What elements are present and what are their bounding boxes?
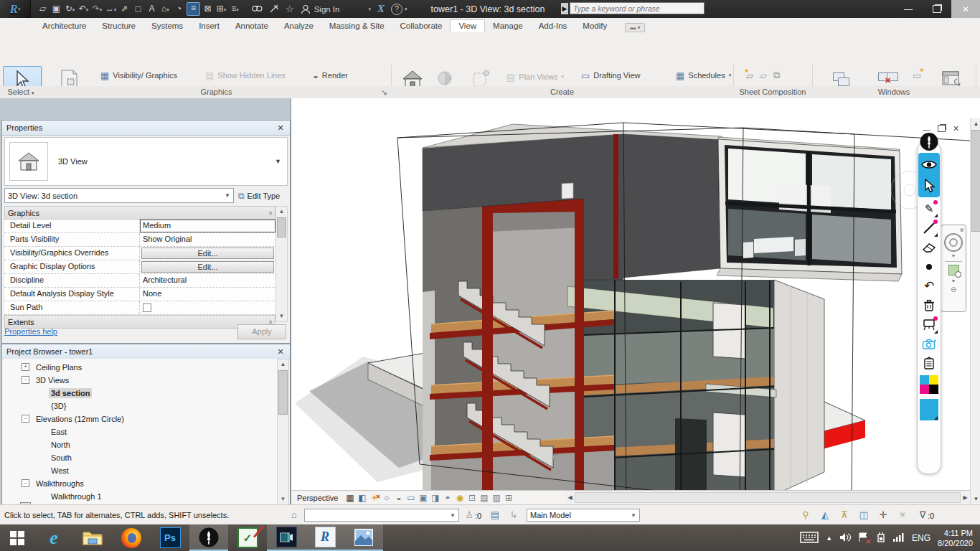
- search-icon[interactable]: [251, 4, 263, 14]
- wheel-dropdown-icon[interactable]: ▼: [951, 253, 956, 258]
- lock-orientation-icon[interactable]: ⊡: [466, 493, 478, 503]
- tree-expander-icon[interactable]: -: [22, 376, 29, 384]
- show-hidden-lines-button[interactable]: ▤Show Hidden Lines: [202, 67, 288, 83]
- title-block-icon[interactable]: ⧉: [773, 70, 780, 81]
- type-selector-dropdown-icon[interactable]: ▼: [275, 158, 281, 165]
- tab-systems[interactable]: Systems: [143, 20, 191, 32]
- network-flag-icon[interactable]: ✕: [858, 532, 869, 544]
- property-value-field[interactable]: Medium: [140, 220, 275, 232]
- new-window-icon[interactable]: ▭★: [910, 67, 924, 83]
- redo-icon[interactable]: ↷▾: [91, 3, 103, 15]
- visibility-graphics-button[interactable]: ▦Visibility/ Graphics: [98, 67, 180, 83]
- search-expand-icon[interactable]: ▶: [561, 3, 568, 14]
- default-3d-view-icon[interactable]: ⌂▾: [159, 3, 171, 15]
- taskbar-greenshot-icon[interactable]: ✓: [228, 524, 267, 551]
- active-color-icon[interactable]: [920, 396, 938, 423]
- graphics-section-header[interactable]: Graphics»: [4, 206, 275, 220]
- show-crop-region-icon[interactable]: ▣: [417, 493, 429, 503]
- search-input[interactable]: [570, 2, 705, 14]
- tree-item-walkthrough-1[interactable]: Walkthrough 1: [49, 490, 104, 502]
- customize-qat-icon[interactable]: ≡▾: [229, 3, 241, 15]
- project-browser-close-icon[interactable]: ✕: [275, 347, 286, 357]
- properties-title-bar[interactable]: Properties ✕: [2, 121, 290, 136]
- navbar-close-icon[interactable]: ⊗: [959, 227, 964, 233]
- scroll-up-icon[interactable]: ▲: [278, 359, 288, 369]
- scroll-up-icon[interactable]: ▲: [971, 118, 980, 127]
- property-value-field[interactable]: None: [140, 288, 275, 301]
- text-icon[interactable]: A: [146, 3, 158, 15]
- section-icon[interactable]: ◔: [173, 3, 185, 15]
- properties-scrollbar[interactable]: ▲ ▼: [275, 206, 288, 322]
- type-selector[interactable]: 3D View ▼: [4, 137, 288, 186]
- properties-help-link[interactable]: Properties help: [4, 327, 57, 336]
- apply-button[interactable]: Apply: [237, 324, 286, 339]
- tree-item-elevations[interactable]: -Elevations (12mm Circle): [22, 413, 126, 425]
- worksets-icon[interactable]: ⌂: [287, 509, 301, 520]
- taskbar-internet-explorer-icon[interactable]: e: [34, 524, 73, 551]
- touch-keyboard-icon[interactable]: [800, 532, 819, 545]
- thin-lines-qat-icon[interactable]: ≡: [187, 2, 200, 16]
- eye-icon[interactable]: [920, 155, 938, 174]
- tree-item-north[interactable]: North: [49, 438, 72, 451]
- instance-selector-combo[interactable]: 3D View: 3d section ▼: [4, 188, 234, 203]
- select-excluded-icon[interactable]: ◫: [857, 509, 871, 520]
- new-sheet-icon[interactable]: ▱★: [746, 70, 753, 81]
- sheet-composition-panel-label[interactable]: Sheet Composition: [733, 88, 812, 96]
- switch-windows-qat-icon[interactable]: ⊞▾: [215, 3, 227, 15]
- placeholder-sheet-icon[interactable]: ▱: [760, 70, 767, 81]
- tree-item-south[interactable]: South: [49, 451, 74, 463]
- tab-analyze[interactable]: Analyze: [276, 20, 321, 32]
- sun-path-checkbox[interactable]: [143, 303, 151, 312]
- tab-addins[interactable]: Add-Ins: [531, 20, 575, 32]
- steering-wheel-icon[interactable]: [944, 233, 963, 252]
- show-hidden-icons[interactable]: ▲: [826, 534, 832, 542]
- worksets-dialog-icon[interactable]: ▤: [488, 509, 502, 520]
- zoom-dropdown-icon[interactable]: ▼: [951, 278, 956, 283]
- edit-overrides-button[interactable]: Edit...: [141, 248, 274, 259]
- edit-display-options-button[interactable]: Edit...: [141, 261, 274, 273]
- epic-pen-logo-icon[interactable]: [920, 132, 938, 151]
- scrollbar-thumb[interactable]: [971, 130, 980, 232]
- view-close-icon[interactable]: ✕: [953, 124, 959, 133]
- cursor-icon[interactable]: [920, 176, 938, 195]
- save-icon[interactable]: ▣: [50, 3, 62, 15]
- plan-views-button[interactable]: ▤Plan Views▾: [504, 69, 567, 85]
- displaced-elements-icon[interactable]: ⊞: [502, 493, 514, 503]
- communication-center-icon[interactable]: [269, 4, 279, 14]
- tree-item-walkthroughs[interactable]: -Walkthroughs: [22, 477, 86, 489]
- screenshot-camera-icon[interactable]: [920, 334, 938, 354]
- horizontal-scrollbar[interactable]: ◀ ▶: [565, 491, 970, 504]
- power-icon[interactable]: [876, 532, 886, 544]
- render-button[interactable]: ◒Render: [310, 67, 351, 83]
- drawing-area[interactable]: — ✕ ⊗ ▼ ▼ ⊖: [291, 98, 980, 504]
- dot-size-icon[interactable]: [920, 257, 938, 276]
- signal-icon[interactable]: [893, 532, 905, 543]
- scroll-down-icon[interactable]: ▼: [971, 496, 980, 502]
- tab-annotate[interactable]: Annotate: [227, 20, 276, 32]
- drafting-view-button[interactable]: ▭Drafting View: [578, 67, 644, 83]
- properties-close-icon[interactable]: ✕: [275, 123, 286, 133]
- minimize-button[interactable]: —: [894, 0, 923, 18]
- undo-icon[interactable]: ↶: [920, 276, 938, 296]
- tree-item-3d-default[interactable]: {3D}: [49, 400, 68, 412]
- visual-style-icon[interactable]: ◧: [356, 493, 368, 503]
- tree-item-west[interactable]: West: [49, 464, 71, 476]
- favorites-star-icon[interactable]: ☆: [286, 4, 294, 14]
- language-indicator[interactable]: ENG: [912, 533, 930, 543]
- revit-app-menu-button[interactable]: R▾: [0, 0, 31, 18]
- measure-icon[interactable]: ↔▾: [105, 3, 117, 15]
- start-button[interactable]: [0, 524, 34, 551]
- view-restore-icon[interactable]: [938, 125, 946, 133]
- trash-icon[interactable]: [920, 296, 938, 315]
- clipboard-icon[interactable]: [920, 354, 938, 373]
- collapse-section-icon[interactable]: »: [266, 211, 273, 215]
- taskbar-revit-icon[interactable]: R: [306, 524, 344, 551]
- reveal-hidden-elements-icon[interactable]: ◉: [453, 493, 466, 503]
- scrollbar-thumb[interactable]: [277, 217, 286, 237]
- tab-view[interactable]: View: [450, 19, 485, 32]
- undo-icon[interactable]: ↶▾: [77, 3, 90, 15]
- drag-on-selection-icon[interactable]: ✛: [876, 509, 890, 520]
- reset-crop-icon[interactable]: ◨: [429, 493, 441, 503]
- select-underlay-icon[interactable]: ◭: [818, 509, 832, 520]
- tree-item-ceiling-plans[interactable]: +Ceiling Plans: [22, 361, 84, 373]
